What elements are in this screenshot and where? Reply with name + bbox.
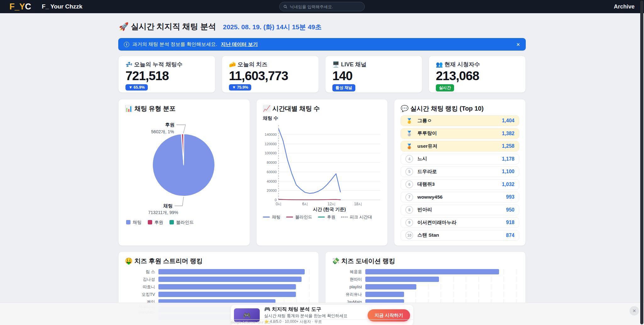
ranking-row[interactable]: 🥈루루랑이1,382 [401, 128, 519, 139]
bar-row: 유리유나 [332, 292, 519, 297]
stat-label: 💤 오늘의 누적 채팅수 [125, 61, 208, 68]
ranking-name: 대램쥐3 [417, 181, 502, 188]
archive-link[interactable]: Archive [614, 3, 635, 10]
ad-close-button[interactable]: ✕ [630, 306, 639, 316]
rank-medal-icon: 🥇 [405, 118, 413, 124]
pie-chart-title: 📊 채팅 유형 분포 [125, 104, 243, 113]
ranking-name: 드우라로 [417, 168, 502, 175]
banner-close-icon[interactable]: ✕ [516, 42, 520, 47]
stat-value: 11,603,773 [229, 69, 312, 83]
svg-text:60000: 60000 [267, 170, 277, 174]
ranking-value: 874 [506, 233, 514, 238]
svg-text:100000: 100000 [264, 151, 276, 155]
rank-medal-icon: 🥉 [405, 143, 413, 149]
page-scrollbar[interactable] [640, 1, 643, 324]
line-chart-card: 📈 시간대별 채팅 수 채팅 수 02000040000600008000010… [256, 99, 388, 246]
bar-track [365, 284, 519, 289]
rank-number: 10 [405, 231, 413, 239]
legend-swatch [286, 217, 293, 218]
rank-number: 9 [405, 219, 413, 227]
ranking-row[interactable]: 4느시1,178 [401, 154, 519, 164]
ad-caption: Google AdSense 배너 광고 [231, 319, 413, 325]
line-chart-svg: 0200004000060000800001000001200001400000… [263, 123, 381, 212]
top-navbar: F_YC F_ Your Chzzk Archive [0, 0, 644, 13]
svg-text:6시: 6시 [302, 202, 308, 206]
line-legend-item: 블라인드 [286, 214, 312, 220]
ranking-name: 그룡ㅇ [417, 118, 502, 124]
ad-title: 🎮 치지직 채팅 분석 도구 [264, 306, 363, 313]
page-title: 🚀 실시간 치지직 채팅 분석 [119, 21, 216, 32]
info-icon: i [124, 42, 129, 47]
bar-fill [158, 284, 296, 289]
ranking-value: 950 [506, 207, 514, 213]
info-banner: i 과거의 채팅 분석 정보를 확인해보세요. 지난 데이터 보기 ✕ [118, 38, 526, 51]
ranking-row[interactable]: 🥇그룡ㅇ1,404 [401, 115, 519, 126]
ad-banner: 🎮 🎮 치지직 채팅 분석 도구 실시간 채팅 통계와 분석을 한눈에 확인하세… [0, 303, 644, 325]
bar-row: 오킹TV [125, 292, 312, 297]
legend-swatch [126, 220, 130, 224]
svg-text:20000: 20000 [267, 189, 277, 192]
search-box[interactable] [279, 2, 365, 11]
stats-row: 💤 오늘의 누적 채팅수721,518▼ 65.9%🧀 오늘의 치즈11,603… [118, 56, 526, 93]
stat-value: 213,068 [436, 69, 519, 83]
svg-text:80000: 80000 [267, 161, 277, 164]
rank-number: 5 [405, 168, 413, 176]
search-icon [283, 4, 287, 9]
stat-badge: ▼ 65.9% [125, 84, 148, 91]
search-input[interactable] [290, 4, 361, 9]
ranking-row[interactable]: 7wowwy456993 [401, 192, 519, 202]
bar-track [365, 292, 519, 297]
ranking-name: 스탠 Stan [417, 232, 506, 239]
bar-label: 혜응응 [332, 269, 365, 275]
ranking-value: 1,032 [502, 182, 514, 187]
bar-row: playlist [332, 284, 519, 289]
ranking-name: user유저 [417, 143, 502, 150]
line-legend-item: 후원 [318, 214, 336, 220]
bar-track [365, 269, 519, 274]
ranking-row[interactable]: 10스탠 Stan874 [401, 230, 519, 241]
ranking-name: 이서켠미래마누라 [417, 219, 506, 226]
bar-track [158, 269, 312, 274]
bar-label: 따효니 [125, 284, 158, 290]
svg-text:채팅: 채팅 [163, 203, 173, 208]
bar-fill [365, 277, 439, 282]
ranking-name: 느시 [417, 156, 502, 162]
ranking-row[interactable]: 🥉user유저1,258 [401, 141, 519, 151]
bar-track [158, 277, 312, 282]
pie-chart-svg: 후원5602개, 1%채팅713211개, 99% [125, 115, 243, 219]
svg-text:120000: 120000 [264, 142, 276, 146]
ranking-row[interactable]: 8빈아리950 [401, 205, 519, 215]
bar-fill [365, 284, 416, 289]
stat-card: 🧀 오늘의 치즈11,603,773▼ 75.9% [222, 56, 319, 93]
bar-label: 오킹TV [125, 292, 158, 297]
bar-label: 김나성 [125, 277, 158, 282]
pie-chart-card: 📊 채팅 유형 분포 후원5602개, 1%채팅713211개, 99% 채팅후… [118, 99, 250, 246]
ranking-name: 빈아리 [417, 207, 506, 213]
ranking-name: 루루랑이 [417, 130, 502, 137]
banner-link[interactable]: 지난 데이터 보기 [221, 41, 258, 48]
bar-label: 현따이 [332, 277, 365, 282]
bar-track [158, 292, 312, 297]
ranking-row[interactable]: 6대램쥐31,032 [401, 179, 519, 190]
stat-card: 👥 현재 시청자수213,068실시간 [429, 56, 526, 93]
svg-text:0: 0 [275, 198, 276, 202]
stat-value: 140 [332, 69, 415, 83]
ranking-row[interactable]: 5드우라로1,100 [401, 166, 519, 177]
ad-subtitle: 실시간 채팅 통계와 분석을 한눈에 확인하세요 [264, 313, 363, 319]
svg-text:18시: 18시 [354, 202, 362, 206]
bar-label: 유리유나 [332, 292, 365, 297]
page-datetime: 2025. 08. 19. (화) 14시 15분 49초 [223, 23, 322, 31]
logo-part-c: C [25, 2, 31, 11]
stat-label: 🧀 오늘의 치즈 [229, 61, 312, 68]
legend-swatch [169, 220, 174, 224]
bar-label: playlist [332, 284, 365, 289]
app-logo[interactable]: F_YC [9, 3, 31, 11]
legend-swatch [318, 217, 325, 218]
bar-row: 혜응응 [332, 269, 519, 274]
ranking-row[interactable]: 9이서켠미래마누라918 [401, 217, 519, 228]
bar-track [158, 284, 312, 289]
line-legend-item: 채팅 [263, 214, 280, 220]
bar-fill [158, 292, 296, 297]
line-chart-title: 📈 시간대별 채팅 수 [263, 104, 381, 113]
svg-text:40000: 40000 [267, 179, 277, 183]
